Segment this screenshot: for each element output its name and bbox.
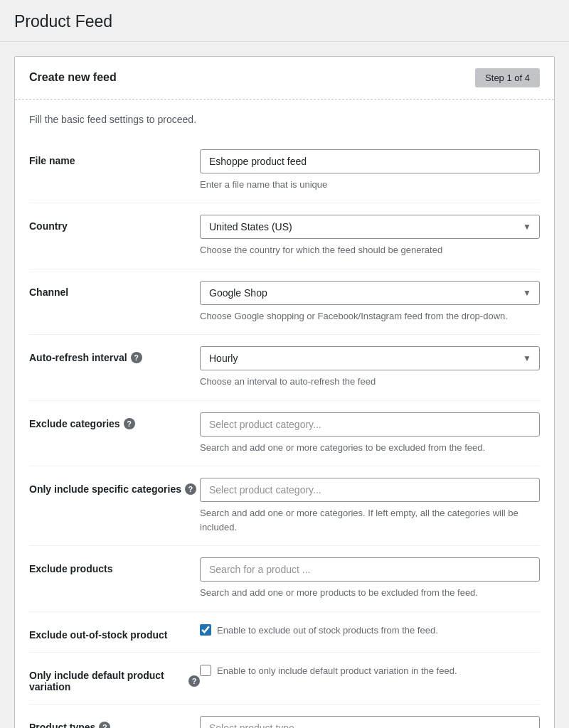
file-name-hint: Enter a file name that is unique (200, 178, 540, 192)
auto-refresh-select-wrapper: Hourly Daily Weekly ▼ (200, 346, 540, 370)
card-title: Create new feed (29, 71, 117, 84)
exclude-categories-label-col: Exclude categories ? (29, 412, 200, 429)
default-variation-hint: Enable to only include default product v… (217, 664, 457, 678)
channel-label: Channel (29, 287, 200, 298)
include-categories-hint: Search and add one or more categories. I… (200, 506, 540, 534)
default-variation-checkbox[interactable] (200, 665, 211, 676)
product-types-help-icon[interactable]: ? (99, 722, 110, 728)
country-label-col: Country (29, 215, 200, 232)
auto-refresh-select[interactable]: Hourly Daily Weekly (200, 346, 540, 370)
product-types-label-col: Product types ? (29, 716, 200, 728)
default-variation-help-icon[interactable]: ? (188, 675, 200, 687)
auto-refresh-label-col: Auto-refresh interval ? (29, 346, 200, 363)
default-variation-checkbox-row: Enable to only include default product v… (200, 664, 540, 678)
auto-refresh-label: Auto-refresh interval ? (29, 352, 200, 363)
card-body: Fill the basic feed settings to proceed.… (15, 100, 554, 728)
create-feed-card: Create new feed Step 1 of 4 Fill the bas… (14, 56, 555, 728)
intro-text: Fill the basic feed settings to proceed. (29, 114, 540, 125)
exclude-products-control-col: Search and add one or more products to b… (200, 557, 540, 600)
step-badge: Step 1 of 4 (475, 68, 540, 87)
exclude-out-of-stock-checkbox-row: Enable to exclude out of stock products … (200, 623, 540, 638)
exclude-out-of-stock-row: Exclude out-of-stock product Enable to e… (29, 614, 540, 651)
exclude-out-of-stock-label: Exclude out-of-stock product (29, 629, 200, 641)
file-name-control-col: Enter a file name that is unique (200, 149, 540, 192)
auto-refresh-control-col: Hourly Daily Weekly ▼ Choose an interval… (200, 346, 540, 389)
exclude-products-row: Exclude products Search and add one or m… (29, 547, 540, 610)
exclude-categories-input[interactable] (200, 412, 540, 437)
channel-select[interactable]: Google Shop Facebook/Instagram (200, 281, 540, 305)
auto-refresh-row: Auto-refresh interval ? Hourly Daily Wee… (29, 336, 540, 399)
default-variation-label-col: Only include default product variation ? (29, 664, 200, 692)
country-hint: Choose the country for which the feed sh… (200, 243, 540, 257)
auto-refresh-hint: Choose an interval to auto-refresh the f… (200, 375, 540, 389)
exclude-products-label: Exclude products (29, 563, 200, 574)
channel-label-col: Channel (29, 281, 200, 298)
channel-hint: Choose Google shopping or Facebook/Insta… (200, 309, 540, 323)
page-title: Product Feed (14, 11, 555, 33)
card-header: Create new feed Step 1 of 4 (15, 57, 554, 100)
product-types-input[interactable] (200, 716, 540, 728)
country-control-col: United States (US) United Kingdom (UK) C… (200, 215, 540, 257)
page-header: Product Feed (0, 0, 569, 42)
country-select[interactable]: United States (US) United Kingdom (UK) C… (200, 215, 540, 239)
country-label: Country (29, 220, 200, 232)
exclude-products-label-col: Exclude products (29, 557, 200, 574)
exclude-out-of-stock-checkbox[interactable] (200, 624, 211, 636)
exclude-out-of-stock-control-col: Enable to exclude out of stock products … (200, 623, 540, 641)
channel-select-wrapper: Google Shop Facebook/Instagram ▼ (200, 281, 540, 305)
default-variation-row: Only include default product variation ?… (29, 654, 540, 702)
file-name-input[interactable] (200, 149, 540, 173)
include-categories-control-col: Search and add one or more categories. I… (200, 478, 540, 534)
exclude-products-hint: Search and add one or more products to b… (200, 586, 540, 600)
country-select-wrapper: United States (US) United Kingdom (UK) C… (200, 215, 540, 239)
exclude-categories-label: Exclude categories ? (29, 418, 200, 429)
include-categories-row: Only include specific categories ? Searc… (29, 468, 540, 544)
file-name-label-col: File name (29, 149, 200, 166)
default-variation-label: Only include default product variation ? (29, 670, 200, 692)
exclude-categories-help-icon[interactable]: ? (124, 418, 135, 429)
exclude-out-of-stock-label-col: Exclude out-of-stock product (29, 623, 200, 641)
file-name-label: File name (29, 155, 200, 166)
exclude-categories-row: Exclude categories ? Search and add one … (29, 402, 540, 465)
include-categories-label-col: Only include specific categories ? (29, 478, 200, 495)
product-types-control-col: Choose product types that need to be inc… (200, 716, 540, 728)
main-content: Create new feed Step 1 of 4 Fill the bas… (0, 42, 569, 728)
file-name-row: File name Enter a file name that is uniq… (29, 139, 540, 202)
exclude-out-of-stock-hint: Enable to exclude out of stock products … (217, 623, 438, 638)
include-categories-help-icon[interactable]: ? (185, 483, 196, 495)
auto-refresh-help-icon[interactable]: ? (131, 352, 142, 363)
exclude-products-input[interactable] (200, 557, 540, 582)
exclude-categories-hint: Search and add one or more categories to… (200, 441, 540, 455)
include-categories-label: Only include specific categories ? (29, 483, 200, 495)
channel-control-col: Google Shop Facebook/Instagram ▼ Choose … (200, 281, 540, 323)
channel-row: Channel Google Shop Facebook/Instagram ▼… (29, 271, 540, 333)
country-row: Country United States (US) United Kingdo… (29, 205, 540, 267)
default-variation-control-col: Enable to only include default product v… (200, 664, 540, 681)
exclude-categories-control-col: Search and add one or more categories to… (200, 412, 540, 455)
product-types-label: Product types ? (29, 722, 200, 728)
include-categories-input[interactable] (200, 478, 540, 502)
product-types-row: Product types ? Choose product types tha… (29, 706, 540, 728)
